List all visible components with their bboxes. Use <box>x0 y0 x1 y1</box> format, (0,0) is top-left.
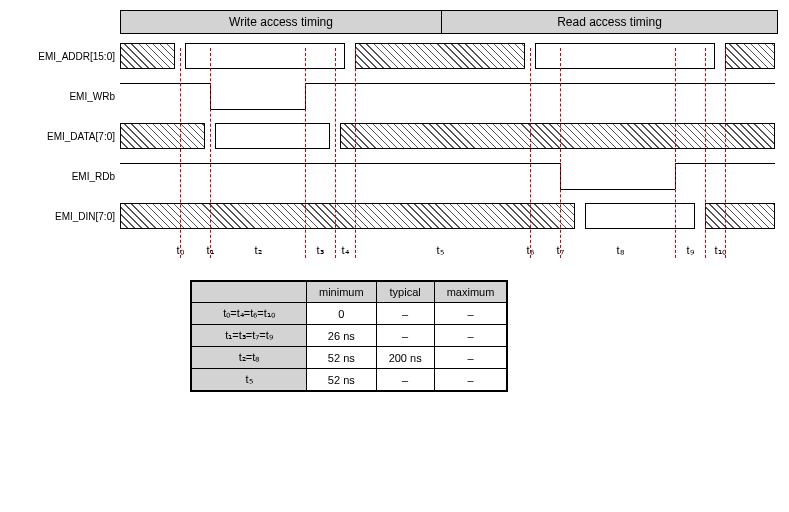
track-emi-rdb <box>120 162 775 190</box>
marker-t9 <box>705 48 706 258</box>
row-emi-wrb: EMI_WRb <box>10 82 780 110</box>
marker-t0 <box>180 48 181 258</box>
track-emi-din <box>120 202 775 230</box>
row-emi-din: EMI_DIN[7:0] <box>10 202 780 230</box>
th-typ: typical <box>376 281 434 303</box>
marker-t6 <box>530 48 531 258</box>
table-row: t₀=t₄=t₆=t₁₀ 0 – – <box>191 303 507 325</box>
track-emi-data <box>120 122 775 150</box>
header-write: Write access timing <box>120 10 442 34</box>
tick-labels: t₀ t₁ t₂ t₃ t₄ t₅ t₆ t₇ t₈ t₉ t₁₀ <box>120 242 775 262</box>
timing-table-wrap: minimum typical maximum t₀=t₄=t₆=t₁₀ 0 –… <box>190 280 780 392</box>
timing-diagram: Write access timing Read access timing E… <box>10 10 780 392</box>
marker-t3 <box>335 48 336 258</box>
label-emi-addr: EMI_ADDR[15:0] <box>10 51 120 62</box>
label-emi-din: EMI_DIN[7:0] <box>10 211 120 222</box>
tick-t5: t₅ <box>436 244 443 257</box>
label-emi-wrb: EMI_WRb <box>10 91 120 102</box>
marker-t1 <box>210 48 211 258</box>
label-emi-rdb: EMI_RDb <box>10 171 120 182</box>
th-max: maximum <box>434 281 507 303</box>
row-emi-rdb: EMI_RDb <box>10 162 780 190</box>
tick-t3: t₃ <box>316 244 323 257</box>
tick-t4: t₄ <box>341 244 348 257</box>
table-row: t₅ 52 ns – – <box>191 369 507 392</box>
header-read: Read access timing <box>442 10 778 34</box>
marker-t8-end <box>675 48 676 258</box>
marker-t10 <box>725 48 726 258</box>
tick-t9: t₉ <box>686 244 693 257</box>
marker-t4 <box>355 48 356 258</box>
th-min: minimum <box>307 281 377 303</box>
table-row: t₂=t₈ 52 ns 200 ns – <box>191 347 507 369</box>
tick-t2: t₂ <box>254 244 261 257</box>
track-emi-wrb <box>120 82 775 110</box>
timing-table: minimum typical maximum t₀=t₄=t₆=t₁₀ 0 –… <box>190 280 508 392</box>
tick-t10: t₁₀ <box>714 244 725 257</box>
track-emi-addr <box>120 42 775 70</box>
marker-t7 <box>560 48 561 258</box>
row-emi-addr: EMI_ADDR[15:0] <box>10 42 780 70</box>
th-blank <box>191 281 307 303</box>
marker-t2-end <box>305 48 306 258</box>
header-row: Write access timing Read access timing <box>120 10 780 34</box>
table-row: t₁=t₃=t₇=t₉ 26 ns – – <box>191 325 507 347</box>
row-emi-data: EMI_DATA[7:0] <box>10 122 780 150</box>
label-emi-data: EMI_DATA[7:0] <box>10 131 120 142</box>
tick-t8: t₈ <box>616 244 623 257</box>
